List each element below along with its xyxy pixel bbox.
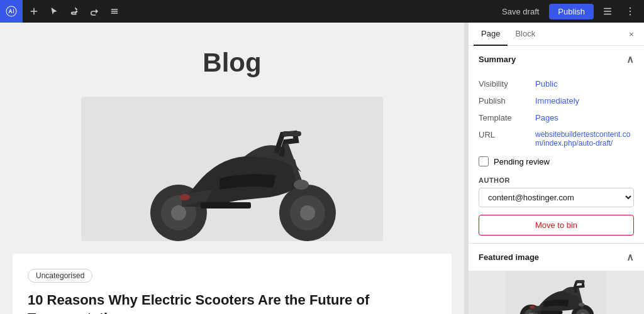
featured-image-section-header[interactable]: Featured image ∧ — [469, 244, 644, 271]
svg-point-29 — [530, 306, 535, 309]
summary-chevron-icon: ∧ — [626, 53, 634, 65]
svg-rect-0 — [604, 8, 611, 9]
post-card: Uncategorised 10 Reasons Why Electric Sc… — [13, 254, 452, 314]
author-label: AUTHOR — [479, 176, 634, 184]
summary-section-body: Visibility Public Publish Immediately Te… — [469, 73, 644, 243]
visibility-label: Visibility — [479, 79, 535, 89]
url-value[interactable]: websitebuildertestcontent.com/index.php/… — [535, 130, 634, 148]
redo-button[interactable] — [86, 3, 103, 20]
document-overview-button[interactable] — [106, 3, 123, 20]
toolbar: Save draft Publish — [0, 0, 644, 23]
svg-point-3 — [630, 8, 631, 9]
publish-button[interactable]: Publish — [549, 4, 594, 19]
author-select[interactable]: content@hostinger.com — [479, 188, 634, 207]
list-view-icon — [109, 6, 120, 17]
post-title[interactable]: 10 Reasons Why Electric Scooters Are the… — [28, 291, 436, 314]
main-wrapper: Blog — [0, 23, 644, 314]
tools-button[interactable] — [45, 3, 63, 20]
svg-point-4 — [630, 11, 631, 12]
svg-point-9 — [171, 205, 186, 220]
tab-page[interactable]: Page — [474, 23, 508, 46]
sidebar-close-button[interactable]: × — [624, 26, 639, 41]
url-row: URL websitebuildertestcontent.com/index.… — [479, 126, 634, 151]
editor-content: Blog — [13, 48, 452, 314]
tab-block[interactable]: Block — [508, 23, 543, 46]
pending-review-checkbox[interactable] — [479, 156, 489, 166]
publish-meta-label: Publish — [479, 96, 535, 106]
plus-icon — [28, 6, 40, 17]
more-options-button[interactable] — [621, 3, 639, 20]
svg-point-5 — [630, 14, 631, 15]
add-block-button[interactable] — [25, 3, 43, 20]
undo-button[interactable] — [65, 3, 83, 20]
svg-rect-2 — [604, 14, 611, 15]
blog-title[interactable]: Blog — [13, 48, 452, 78]
publish-row: Publish Immediately — [479, 92, 634, 109]
svg-point-28 — [579, 303, 585, 306]
wp-logo-icon — [5, 5, 18, 18]
sidebar-tabs: Page Block × — [469, 23, 644, 46]
svg-point-12 — [300, 205, 315, 220]
svg-rect-13 — [282, 131, 301, 136]
editor-featured-image[interactable] — [81, 97, 383, 241]
template-label: Template — [479, 113, 535, 122]
svg-rect-15 — [201, 202, 251, 208]
svg-point-17 — [180, 194, 190, 200]
scooter-image-large — [81, 97, 383, 241]
publish-value[interactable]: Immediately — [535, 96, 579, 106]
featured-image-scooter-icon — [469, 271, 644, 314]
post-category[interactable]: Uncategorised — [28, 269, 92, 283]
pending-review-label: Pending review — [494, 157, 550, 166]
undo-icon — [69, 6, 80, 17]
editor-area[interactable]: Blog — [0, 23, 464, 314]
visibility-row: Visibility Public — [479, 75, 634, 92]
url-label: URL — [479, 130, 535, 139]
svg-rect-25 — [576, 280, 585, 283]
redo-icon — [89, 6, 100, 17]
pending-review-row: Pending review — [479, 151, 634, 171]
featured-image-chevron-icon: ∧ — [626, 251, 634, 263]
settings-icon — [602, 6, 613, 17]
summary-label: Summary — [479, 55, 516, 64]
toolbar-right-actions: Save draft Publish — [497, 3, 639, 20]
featured-image-section: Featured image ∧ — [469, 244, 644, 314]
summary-section: Summary ∧ Visibility Public Publish Imme… — [469, 46, 644, 244]
settings-button[interactable] — [599, 3, 616, 20]
featured-image-label: Featured image — [479, 252, 539, 262]
svg-rect-27 — [541, 311, 563, 314]
save-draft-button[interactable]: Save draft — [497, 4, 544, 19]
cursor-icon — [48, 6, 60, 17]
summary-section-header[interactable]: Summary ∧ — [469, 46, 644, 73]
svg-rect-1 — [604, 11, 611, 12]
move-to-bin-button[interactable]: Move to bin — [479, 215, 634, 236]
visibility-value[interactable]: Public — [535, 79, 557, 89]
sidebar: Page Block × Summary ∧ Visibility Public… — [468, 23, 644, 314]
template-value[interactable]: Pages — [535, 113, 558, 122]
template-row: Template Pages — [479, 109, 634, 126]
featured-image-preview[interactable] — [469, 271, 644, 314]
more-icon — [625, 6, 636, 17]
wp-logo-button[interactable] — [0, 0, 23, 23]
svg-point-16 — [294, 180, 309, 190]
